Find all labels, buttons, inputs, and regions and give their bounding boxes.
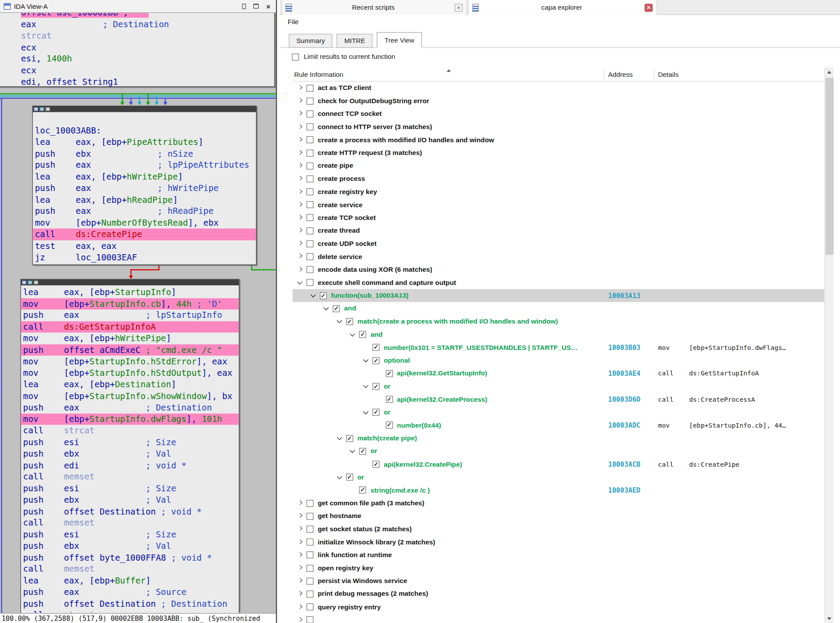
rule-checkbox[interactable] <box>373 461 380 468</box>
rule-label[interactable]: persist via Windows service <box>318 577 407 585</box>
rule-checkbox[interactable] <box>307 551 314 558</box>
collapse-arrow-icon[interactable] <box>335 432 346 445</box>
tree-row[interactable]: api(kernel32.CreateProcess)10003D6Dcall … <box>293 393 825 406</box>
rule-label[interactable]: create process <box>318 175 365 183</box>
rule-label[interactable]: create TCP socket <box>318 214 376 221</box>
tree-row[interactable]: and <box>293 302 825 315</box>
rule-checkbox[interactable] <box>307 149 314 156</box>
asm-line[interactable]: call ds:GetStartupInfoA <box>21 321 239 332</box>
basic-block[interactable]: loc_10003ABB:lea eax, [ebp+PipeAttribute… <box>32 106 257 265</box>
close-button[interactable] <box>264 2 272 10</box>
rule-checkbox[interactable] <box>307 111 314 118</box>
asm-line[interactable]: call memset <box>21 563 239 575</box>
asm-line[interactable]: call strcat <box>21 425 239 436</box>
rule-label[interactable]: execute shell command and capture output <box>318 279 456 286</box>
tree-row[interactable]: or <box>293 406 825 419</box>
rule-checkbox[interactable] <box>307 214 314 221</box>
tree-row[interactable]: link function at runtime <box>293 549 825 562</box>
rule-label[interactable]: match(create pipe) <box>357 435 417 442</box>
asm-line[interactable]: call ds:CreatePipe <box>33 228 256 240</box>
tree-row[interactable]: match(create a process with modified I/O… <box>293 315 825 328</box>
expand-arrow-icon[interactable] <box>295 510 307 523</box>
rule-checkbox[interactable] <box>307 201 314 208</box>
tab-mitre[interactable]: MITRE <box>337 34 373 48</box>
tree-row[interactable]: get common file path (3 matches) <box>293 497 825 510</box>
tree-row[interactable]: delete service <box>293 250 825 263</box>
rule-checkbox[interactable] <box>307 240 314 247</box>
column-divider[interactable] <box>654 69 654 79</box>
rule-checkbox[interactable] <box>346 474 353 481</box>
rule-label[interactable]: get socket status (2 matches) <box>318 526 412 533</box>
asm-line[interactable]: lea eax, [ebp+hWritePipe] <box>33 171 256 182</box>
rule-checkbox[interactable] <box>359 331 366 338</box>
rule-label[interactable]: optional <box>384 357 410 364</box>
asm-line[interactable]: push offset asc_100002BB ; " " <box>0 13 274 18</box>
rule-label[interactable]: or <box>384 383 391 390</box>
asm-line[interactable]: lea eax, [ebp+Destination] <box>21 379 239 390</box>
asm-line[interactable] <box>33 113 256 125</box>
graph-view[interactable]: push offset asc_100002BB ; " "push eax ;… <box>0 13 276 613</box>
asm-line[interactable]: push ebx ; Val <box>21 540 239 551</box>
rule-checkbox[interactable] <box>307 577 314 584</box>
asm-line[interactable]: push eax ; lpStartupInfo <box>21 310 239 321</box>
asm-line[interactable]: call memset <box>21 517 239 529</box>
asm-line[interactable]: push esi ; Size <box>21 483 239 494</box>
scrollbar-thumb[interactable] <box>826 78 833 255</box>
collapse-arrow-icon[interactable] <box>322 302 333 315</box>
collapse-arrow-icon[interactable] <box>308 289 320 302</box>
asm-line[interactable]: call memset <box>21 471 239 483</box>
scroll-up-button[interactable] <box>825 68 834 77</box>
tree-row[interactable]: create process <box>293 173 825 186</box>
rule-label[interactable]: api(kernel32.CreateProcess) <box>397 396 487 403</box>
tree-row[interactable]: act as TCP client <box>293 82 825 95</box>
rule-checkbox[interactable] <box>307 137 314 144</box>
asm-line[interactable]: lea eax, [ebp+hReadPipe] <box>33 194 256 205</box>
asm-line[interactable]: mov [ebp+StartupInfo.wShowWindow], bx <box>21 390 239 402</box>
column-rule-information[interactable]: Rule Information <box>294 68 344 82</box>
collapse-arrow-icon[interactable] <box>348 328 359 341</box>
expand-arrow-icon[interactable] <box>295 185 307 198</box>
asm-line[interactable]: lea eax, [ebp+StartupInfo] <box>21 286 239 298</box>
tree-row[interactable]: create thread <box>293 224 825 238</box>
tree-row[interactable]: or <box>293 471 825 484</box>
limit-filter[interactable]: Limit results to current function <box>292 53 395 61</box>
asm-line[interactable]: call strcat <box>21 609 239 613</box>
rule-label[interactable]: function(sub_10003A13) <box>331 292 409 299</box>
rule-label[interactable]: get hostname <box>318 512 361 520</box>
expand-arrow-icon[interactable] <box>295 120 307 133</box>
rule-checkbox[interactable] <box>307 279 314 286</box>
expand-arrow-icon[interactable] <box>295 263 307 276</box>
rule-label[interactable]: number(0x101 = STARTF_USESTDHANDLES | ST… <box>384 344 578 351</box>
rule-label[interactable]: create thread <box>318 227 360 234</box>
rule-label[interactable]: or <box>370 447 377 455</box>
collapse-arrow-icon[interactable] <box>348 445 359 458</box>
asm-line[interactable]: push eax ; hReadPipe <box>33 205 256 217</box>
asm-line[interactable]: push eax ; Destination <box>0 18 274 30</box>
rule-checkbox[interactable] <box>307 188 314 195</box>
asm-line[interactable]: mov edi, offset String1 <box>0 76 274 87</box>
rule-checkbox[interactable] <box>307 526 314 533</box>
asm-line[interactable]: push offset Destination ; void * <box>21 505 239 517</box>
rule-label[interactable]: query registry entry <box>318 603 380 611</box>
rule-checkbox[interactable] <box>307 513 314 520</box>
block-title-strip[interactable] <box>21 280 239 285</box>
tree-row[interactable]: create service <box>293 198 825 212</box>
collapse-arrow-icon[interactable] <box>361 406 373 419</box>
asm-line[interactable]: push esi ; Size <box>21 436 239 448</box>
rule-checkbox[interactable] <box>307 591 314 598</box>
rule-checkbox[interactable] <box>307 539 314 546</box>
rule-checkbox[interactable] <box>307 162 314 169</box>
rule-label[interactable]: api(kernel32.GetStartupInfo) <box>397 370 487 377</box>
rule-checkbox[interactable] <box>307 604 314 611</box>
rule-label[interactable]: print debug messages (2 matches) <box>318 590 428 598</box>
collapse-arrow-icon[interactable] <box>335 471 346 484</box>
asm-line[interactable]: mov [ebp+StartupInfo.hStdError], eax <box>21 356 239 367</box>
asm-line[interactable]: push eax ; lpPipeAttributes <box>33 159 256 171</box>
rule-label[interactable]: check for OutputDebugString error <box>318 97 429 104</box>
rule-checkbox[interactable] <box>307 227 314 234</box>
tree-row[interactable]: function(sub_10003A13)10003A13 <box>293 289 825 302</box>
expand-arrow-icon[interactable] <box>295 198 307 212</box>
asm-line[interactable]: lea eax, [ebp+Buffer] <box>21 575 239 586</box>
rule-label[interactable]: connect to HTTP server (3 matches) <box>318 123 432 131</box>
rule-checkbox[interactable] <box>346 435 353 442</box>
